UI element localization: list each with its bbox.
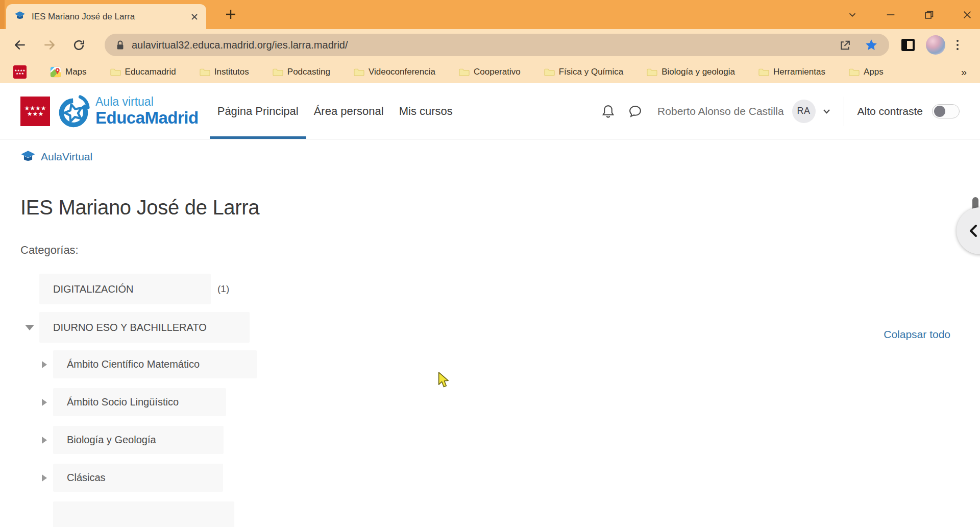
breadcrumb-link[interactable]: AulaVirtual <box>41 151 92 163</box>
category-tree: DIGITALIZACIÓN(1)DIURNO ESO Y BACHILLERA… <box>0 274 980 527</box>
browser-titlebar: IES Mariano José de Larra <box>0 0 980 29</box>
folder-icon <box>273 67 283 77</box>
expand-arrow-icon[interactable] <box>42 399 47 406</box>
educamadrid-logo[interactable]: ★★★★★★★ Aula virtual EducaMadrid <box>20 94 199 128</box>
browser-profile-avatar[interactable] <box>926 35 945 55</box>
bookmark-label: Institutos <box>214 67 249 77</box>
category-row: DIURNO ESO Y BACHILLERATO <box>39 312 980 343</box>
bookmark-label: Videoconferencia <box>369 67 435 77</box>
category-row-partial <box>53 501 980 527</box>
bookmark-folder-5[interactable]: Física y Química <box>544 67 624 77</box>
bookmark-label: Maps <box>65 67 87 77</box>
collapse-arrow-icon[interactable] <box>25 325 34 330</box>
new-tab-button[interactable] <box>225 9 236 22</box>
category-row: Biología y Geología <box>53 426 980 454</box>
category-row: DIGITALIZACIÓN(1) <box>39 274 980 304</box>
category-row: Ámbito Científico Matemático <box>53 350 980 378</box>
tab-close-icon[interactable] <box>191 13 198 20</box>
bookmark-label: Herramientas <box>773 67 825 77</box>
browser-menu-icon[interactable] <box>957 40 959 50</box>
notifications-bell-icon[interactable] <box>601 104 615 118</box>
folder-icon <box>110 67 121 77</box>
window-chevron-down-icon[interactable] <box>847 9 858 20</box>
forward-button[interactable] <box>43 38 56 52</box>
messages-bubble-icon[interactable] <box>628 104 642 118</box>
bookmark-madrid-flag-icon[interactable]: ★★★★★★★ <box>13 65 27 79</box>
user-menu-chevron-down-icon[interactable] <box>823 109 830 114</box>
folder-icon <box>849 67 860 77</box>
nav-item-1[interactable]: Área personal <box>306 83 391 139</box>
nav-item-2[interactable]: Mis cursos <box>391 83 460 139</box>
folder-icon <box>758 67 769 77</box>
url-text[interactable]: aulavirtual32.educa.madrid.org/ies.larra… <box>132 39 839 51</box>
category-link[interactable]: Ámbito Científico Matemático <box>53 350 257 378</box>
bookmark-star-icon[interactable] <box>865 38 878 52</box>
bookmarks-bar: ★★★★★★★ Maps EducamadridInstitutosPodcas… <box>0 61 980 83</box>
folder-icon <box>647 67 657 77</box>
bookmark-label: Podcasting <box>287 67 330 77</box>
category-link[interactable]: Biología y Geología <box>53 426 224 454</box>
category-link[interactable]: DIURNO ESO Y BACHILLERATO <box>39 312 250 343</box>
category-count: (1) <box>217 283 229 295</box>
category-row: Clásicas <box>53 464 980 492</box>
window-close-icon[interactable] <box>962 9 973 20</box>
graduation-cap-icon <box>20 150 36 163</box>
contrast-label: Alto contraste <box>857 105 923 117</box>
categories-label: Categorías: <box>20 244 980 257</box>
bookmark-folder-1[interactable]: Institutos <box>200 67 249 77</box>
user-name[interactable]: Roberto Alonso de Castilla <box>657 105 783 117</box>
bookmark-folder-7[interactable]: Herramientas <box>758 67 825 77</box>
page-title: IES Mariano José de Larra <box>20 196 980 219</box>
window-restore-icon[interactable] <box>923 9 935 20</box>
bookmarks-overflow-chevron[interactable]: » <box>961 66 967 78</box>
category-link[interactable]: Ámbito Socio Lingüístico <box>53 388 226 416</box>
nav-item-0[interactable]: Página Principal <box>210 83 306 139</box>
breadcrumb: AulaVirtual <box>0 139 980 163</box>
educamadrid-emblem-icon <box>57 94 90 128</box>
folder-icon <box>459 67 470 77</box>
bookmark-folder-0[interactable]: Educamadrid <box>110 67 176 77</box>
tab-favicon-graduation-cap-icon <box>14 11 26 23</box>
expand-arrow-icon[interactable] <box>42 474 47 482</box>
folder-icon <box>544 67 555 77</box>
share-icon[interactable] <box>839 39 851 52</box>
lock-icon <box>116 40 125 51</box>
bookmark-folder-8[interactable]: Apps <box>849 67 884 77</box>
category-row: Ámbito Socio Lingüístico <box>53 388 980 416</box>
folder-icon <box>200 67 210 77</box>
site-header: ★★★★★★★ Aula virtual EducaMadrid Página … <box>0 83 980 139</box>
chevron-left-icon <box>968 224 979 238</box>
url-bar[interactable]: aulavirtual32.educa.madrid.org/ies.larra… <box>105 34 889 56</box>
bookmark-maps[interactable]: Maps <box>50 66 87 78</box>
high-contrast-toggle[interactable] <box>932 104 960 118</box>
reload-button[interactable] <box>72 39 85 52</box>
maps-icon <box>50 66 61 78</box>
bookmark-label: Apps <box>864 67 884 77</box>
bookmark-folder-4[interactable]: Cooperativo <box>459 67 521 77</box>
window-edge <box>0 0 5 29</box>
category-link[interactable]: DIGITALIZACIÓN <box>39 274 211 304</box>
header-divider <box>844 97 844 126</box>
main-nav: Página PrincipalÁrea personalMis cursos <box>210 83 460 139</box>
tab-title: IES Mariano José de Larra <box>32 12 191 22</box>
category-link[interactable] <box>53 501 234 527</box>
category-link[interactable]: Clásicas <box>53 464 223 492</box>
window-minimize-icon[interactable] <box>885 9 896 20</box>
bookmark-folder-6[interactable]: Biología y geologia <box>647 67 735 77</box>
bookmark-folder-3[interactable]: Videoconferencia <box>354 67 435 77</box>
page-content: AulaVirtual IES Mariano José de Larra Ca… <box>0 139 980 526</box>
browser-tab[interactable]: IES Mariano José de Larra <box>6 4 206 29</box>
bookmark-label: Cooperativo <box>474 67 521 77</box>
expand-arrow-icon[interactable] <box>42 361 47 368</box>
side-panel-icon[interactable] <box>901 39 915 51</box>
logo-title: EducaMadrid <box>95 109 199 126</box>
bookmark-label: Física y Química <box>559 67 624 77</box>
back-button[interactable] <box>13 38 27 52</box>
bookmark-folder-2[interactable]: Podcasting <box>273 67 330 77</box>
logo-subtitle: Aula virtual <box>95 96 199 108</box>
expand-arrow-icon[interactable] <box>42 437 47 444</box>
folder-icon <box>354 67 364 77</box>
user-avatar[interactable]: RA <box>792 100 816 123</box>
browser-toolbar: aulavirtual32.educa.madrid.org/ies.larra… <box>0 29 980 61</box>
madrid-flag-logo: ★★★★★★★ <box>20 97 50 126</box>
